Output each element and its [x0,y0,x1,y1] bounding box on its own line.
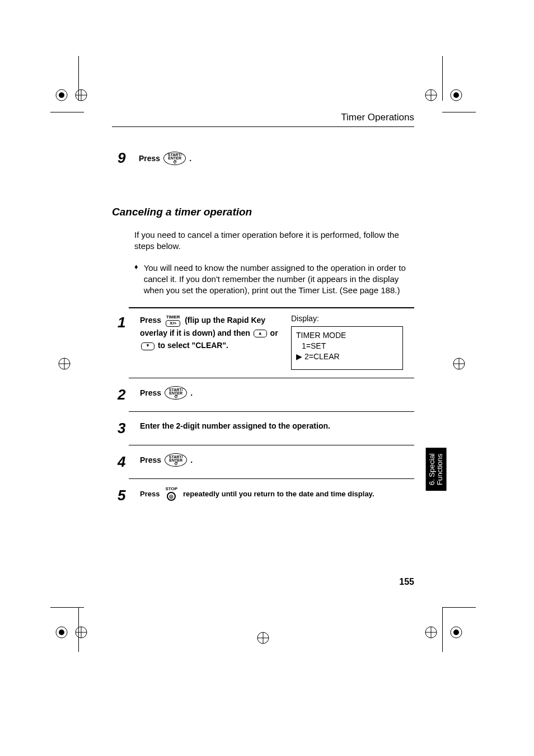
regmark-mr-icon [442,353,487,375]
crop-line-icon [442,607,443,652]
bullet-text: You will need to know the number assigne… [144,262,414,297]
regmark-tl-icon [50,78,95,112]
step-5-row: 5 Press STOP ◎ repeatedly until you retu… [118,487,414,504]
table-top-rule [129,307,414,308]
timer-key-icon: TIMER X/> [166,315,180,327]
period: . [190,388,193,397]
display-column: Display: TIMER MODE 1=SET ▶ 2=CLEAR [291,314,403,370]
crop-line-icon [442,112,476,112]
step-number-2: 2 [118,386,130,403]
stop-key-icon: STOP ◎ [165,487,177,501]
svg-point-17 [59,630,64,635]
intro-text: If you need to cancel a timer operation … [134,229,414,252]
press-label: Press [140,388,161,397]
step-rule [129,478,414,479]
step1-frag2: overlay if it is down) and then [140,328,250,337]
up-arrow-icon: ▲ [254,330,267,337]
step5-text: repeatedly until you return to the date … [183,490,374,498]
down-arrow-icon: ▼ [141,342,154,350]
triangle-pointer-icon: ▶ [296,351,302,362]
bullet-row: ♦ You will need to know the number assig… [134,262,414,297]
regmark-bl-icon [50,616,95,649]
crop-line-icon [78,56,79,101]
diamond-bullet-icon: ♦ [134,262,138,297]
svg-point-1 [59,92,64,98]
crop-line-icon [442,56,443,101]
start-enter-icon: START/ ENTER ⏱ [165,453,187,467]
display-label: Display: [291,314,403,323]
step-number-9: 9 [118,149,129,167]
step-number-1: 1 [118,314,130,331]
step-rule [129,445,414,445]
start-enter-icon: START/ ENTER ⏱ [165,386,187,400]
side-tab: 6. Special Functions [426,448,447,491]
display-line-1: TIMER MODE [296,330,398,341]
step-1-row: 1 Press TIMER X/> (flip up the Rapid Key… [118,314,414,370]
press-label: Press [140,456,161,464]
step-number-3: 3 [118,420,130,437]
display-line-3: 2=CLEAR [305,351,340,362]
svg-point-25 [453,630,459,635]
display-box: TIMER MODE 1=SET ▶ 2=CLEAR [291,326,403,370]
step-2-row: 2 Press START/ ENTER ⏱ . [118,386,414,403]
section-heading: Canceling a timer operation [112,206,414,218]
press-label: Press [139,154,160,163]
step-number-4: 4 [118,453,130,471]
step1-frag1: (flip up the Rapid Key [185,316,265,325]
crop-line-icon [50,607,84,608]
step-9-row: 9 Press START/ ENTER ⏱ . [118,149,414,167]
page-header: Timer Operations [112,112,414,123]
crop-line-icon [50,112,84,112]
regmark-ml-icon [48,353,92,375]
press-label: Press [140,490,160,498]
crop-line-icon [442,607,476,608]
display-line-2: 1=SET [296,341,398,351]
press-label: Press [140,316,161,325]
step1-frag4: to select "CLEAR". [158,341,228,350]
crop-line-icon [78,607,79,652]
header-rule [112,126,414,127]
step-4-row: 4 Press START/ ENTER ⏱ . [118,453,414,471]
page-number: 155 [112,577,414,587]
step3-text: Enter the 2-digit number assigned to the… [140,420,330,432]
step-rule [129,411,414,412]
period: . [189,154,191,163]
step-rule [129,378,414,378]
start-enter-icon: START/ ENTER ⏱ [163,152,186,165]
step-number-5: 5 [118,487,130,504]
step1-frag3: or [270,328,278,337]
period: . [190,456,193,464]
step-3-row: 3 Enter the 2-digit number assigned to t… [118,420,414,437]
svg-point-9 [453,92,459,98]
regmark-bc-icon [252,627,274,649]
